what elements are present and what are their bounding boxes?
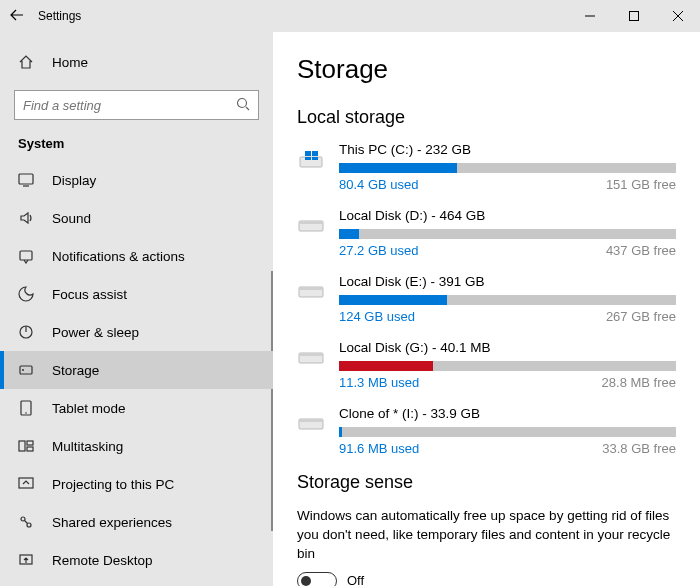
multitask-icon bbox=[18, 438, 34, 454]
drive-icon bbox=[297, 212, 325, 240]
page-title: Storage bbox=[297, 54, 676, 85]
drive-usage-bar bbox=[339, 427, 676, 437]
sidebar-item-label: Focus assist bbox=[52, 287, 127, 302]
search-icon bbox=[236, 97, 250, 114]
drive-item[interactable]: Local Disk (G:) - 40.1 MB11.3 MB used28.… bbox=[297, 340, 676, 390]
svg-rect-24 bbox=[299, 287, 323, 290]
projecting-icon bbox=[18, 476, 34, 492]
storage-sense-description: Windows can automatically free up space … bbox=[297, 507, 676, 564]
sidebar-item-label: Display bbox=[52, 173, 96, 188]
section-header: System bbox=[0, 136, 273, 161]
main-content: Storage Local storage This PC (C:) - 232… bbox=[273, 32, 700, 586]
power-icon bbox=[18, 324, 34, 340]
shared-icon bbox=[18, 514, 34, 530]
svg-point-14 bbox=[27, 523, 31, 527]
sidebar-item-display[interactable]: Display bbox=[0, 161, 273, 199]
search-input[interactable] bbox=[23, 98, 236, 113]
sidebar-item-label: Notifications & actions bbox=[52, 249, 185, 264]
svg-rect-12 bbox=[19, 478, 33, 488]
drive-name: Clone of * (I:) - 33.9 GB bbox=[339, 406, 676, 421]
svg-point-8 bbox=[25, 412, 27, 414]
storage-icon bbox=[18, 362, 34, 378]
drive-item[interactable]: This PC (C:) - 232 GB80.4 GB used151 GB … bbox=[297, 142, 676, 192]
sidebar-item-label: Sound bbox=[52, 211, 91, 226]
drive-usage-bar bbox=[339, 163, 676, 173]
drive-icon bbox=[297, 344, 325, 372]
sidebar-item-power[interactable]: Power & sleep bbox=[0, 313, 273, 351]
sidebar-item-sound[interactable]: Sound bbox=[0, 199, 273, 237]
toggle-switch-icon bbox=[297, 572, 337, 586]
drive-used: 80.4 GB used bbox=[339, 177, 419, 192]
storage-sense-header: Storage sense bbox=[297, 472, 676, 493]
svg-rect-2 bbox=[19, 174, 33, 184]
svg-rect-17 bbox=[305, 151, 311, 156]
drive-usage-bar bbox=[339, 229, 676, 239]
sidebar-item-shared[interactable]: Shared experiences bbox=[0, 503, 273, 541]
drive-usage-bar bbox=[339, 295, 676, 305]
svg-point-13 bbox=[21, 517, 25, 521]
drive-name: Local Disk (D:) - 464 GB bbox=[339, 208, 676, 223]
drive-item[interactable]: Local Disk (D:) - 464 GB27.2 GB used437 … bbox=[297, 208, 676, 258]
drive-name: This PC (C:) - 232 GB bbox=[339, 142, 676, 157]
tablet-icon bbox=[18, 400, 34, 416]
svg-rect-9 bbox=[19, 441, 25, 451]
home-icon bbox=[18, 54, 34, 70]
sidebar-item-multitask[interactable]: Multitasking bbox=[0, 427, 273, 465]
focus-icon bbox=[18, 286, 34, 302]
drive-used: 124 GB used bbox=[339, 309, 415, 324]
sidebar: Home System DisplaySoundNotifications & … bbox=[0, 32, 273, 586]
svg-rect-28 bbox=[299, 419, 323, 422]
window-title: Settings bbox=[38, 9, 81, 23]
back-button[interactable] bbox=[10, 8, 24, 25]
drive-name: Local Disk (E:) - 391 GB bbox=[339, 274, 676, 289]
sidebar-item-notifications[interactable]: Notifications & actions bbox=[0, 237, 273, 275]
sidebar-item-focus[interactable]: Focus assist bbox=[0, 275, 273, 313]
drive-free: 437 GB free bbox=[606, 243, 676, 258]
drive-icon bbox=[297, 410, 325, 438]
titlebar: Settings bbox=[0, 0, 700, 32]
drive-used: 27.2 GB used bbox=[339, 243, 419, 258]
search-box[interactable] bbox=[14, 90, 259, 120]
drive-used: 91.6 MB used bbox=[339, 441, 419, 456]
svg-point-1 bbox=[238, 98, 247, 107]
drive-name: Local Disk (G:) - 40.1 MB bbox=[339, 340, 676, 355]
drive-free: 151 GB free bbox=[606, 177, 676, 192]
svg-rect-18 bbox=[312, 151, 318, 156]
drive-icon bbox=[297, 278, 325, 306]
drive-usage-bar bbox=[339, 361, 676, 371]
home-button[interactable]: Home bbox=[0, 44, 273, 80]
drive-item[interactable]: Local Disk (E:) - 391 GB124 GB used267 G… bbox=[297, 274, 676, 324]
svg-rect-19 bbox=[305, 157, 311, 160]
minimize-button[interactable] bbox=[568, 0, 612, 32]
svg-rect-5 bbox=[20, 366, 32, 374]
notifications-icon bbox=[18, 248, 34, 264]
toggle-state-label: Off bbox=[347, 573, 364, 586]
sidebar-item-label: Projecting to this PC bbox=[52, 477, 174, 492]
remote-icon bbox=[18, 552, 34, 568]
svg-rect-26 bbox=[299, 353, 323, 356]
close-button[interactable] bbox=[656, 0, 700, 32]
sidebar-item-remote[interactable]: Remote Desktop bbox=[0, 541, 273, 579]
sidebar-item-label: Remote Desktop bbox=[52, 553, 153, 568]
sidebar-item-label: Tablet mode bbox=[52, 401, 126, 416]
sound-icon bbox=[18, 210, 34, 226]
svg-rect-0 bbox=[630, 12, 639, 21]
drive-item[interactable]: Clone of * (I:) - 33.9 GB91.6 MB used33.… bbox=[297, 406, 676, 456]
maximize-button[interactable] bbox=[612, 0, 656, 32]
sidebar-item-label: Power & sleep bbox=[52, 325, 139, 340]
sidebar-item-storage[interactable]: Storage bbox=[0, 351, 273, 389]
svg-rect-3 bbox=[20, 251, 32, 260]
svg-rect-10 bbox=[27, 441, 33, 445]
sidebar-item-label: Multitasking bbox=[52, 439, 123, 454]
display-icon bbox=[18, 172, 34, 188]
home-label: Home bbox=[52, 55, 88, 70]
sidebar-item-tablet[interactable]: Tablet mode bbox=[0, 389, 273, 427]
svg-rect-11 bbox=[27, 447, 33, 451]
nav-list: DisplaySoundNotifications & actionsFocus… bbox=[0, 161, 273, 586]
svg-rect-22 bbox=[299, 221, 323, 224]
sidebar-item-projecting[interactable]: Projecting to this PC bbox=[0, 465, 273, 503]
storage-sense-toggle[interactable]: Off bbox=[297, 572, 676, 586]
sidebar-item-label: Shared experiences bbox=[52, 515, 172, 530]
svg-rect-20 bbox=[312, 157, 318, 160]
drive-free: 33.8 GB free bbox=[602, 441, 676, 456]
